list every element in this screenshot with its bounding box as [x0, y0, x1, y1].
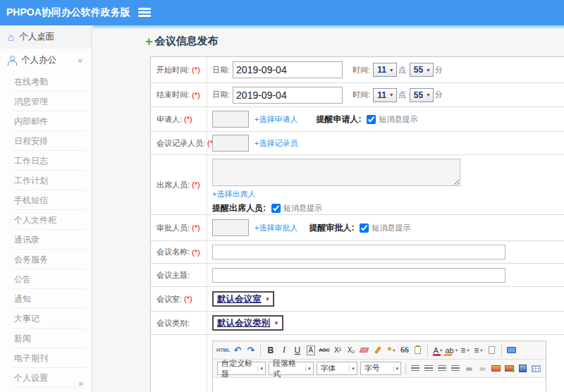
italic-button[interactable]: I	[278, 343, 290, 357]
snapshot-button[interactable]	[503, 362, 515, 376]
dropdown-arrow-icon: ▾	[480, 348, 482, 353]
select-arrow-icon: ▼	[389, 92, 394, 97]
sidebar-item-office[interactable]: 个人办公 »	[0, 49, 92, 72]
link-button[interactable]: ∞	[463, 362, 475, 376]
applicant-input[interactable]	[212, 111, 249, 128]
sidebar-item-settings[interactable]: 个人设置 »	[13, 368, 86, 388]
bold-button[interactable]: B	[264, 343, 276, 357]
form-row-applicant: 申请人:(*) +选择申请人 提醒申请人: 短消息提示	[151, 107, 564, 132]
autotypeset-button[interactable]: *▾	[385, 343, 397, 357]
sidebar-item-label: 个人办公	[21, 54, 56, 66]
align-center-icon	[424, 365, 433, 372]
font-family-select[interactable]: 字体▾	[317, 362, 357, 375]
pick-applicant-link[interactable]: +选择申请人	[255, 114, 298, 125]
insert-table-button[interactable]	[530, 362, 542, 376]
sidebar-item-supervise[interactable]: × 督查督办 »	[0, 388, 92, 392]
select-arrow-icon: ▼	[274, 320, 279, 326]
ordered-list-button[interactable]: ≡▾	[459, 343, 471, 357]
sidebar-item-work-log[interactable]: 工作日志	[13, 151, 86, 171]
sms-remind-checkbox[interactable]	[367, 115, 376, 124]
end-minute-select[interactable]: 55▼	[410, 88, 434, 102]
sidebar-item-e-journal[interactable]: 电子期刊	[13, 348, 86, 368]
form-row-meeting-room: 会议室:(*) 默认会议室▼	[151, 287, 564, 312]
app-title: PHPOA协同办公软件政务版	[6, 6, 130, 19]
html-source-button[interactable]: HTML	[216, 343, 230, 357]
unordered-list-button[interactable]: ≡▾	[472, 343, 484, 357]
unlink-button[interactable]: ∞	[477, 362, 489, 376]
sidebar-item-announcement[interactable]: 公告	[13, 269, 86, 289]
sidebar-item-news[interactable]: 新闻	[13, 329, 86, 348]
sidebar-item-messages[interactable]: 消息管理	[13, 92, 86, 111]
sidebar-item-meeting-service[interactable]: 会务服务	[13, 250, 86, 269]
sidebar-item-schedule[interactable]: 日程安排	[13, 131, 86, 151]
sms-remind-checkbox[interactable]	[271, 204, 281, 213]
end-date-input[interactable]	[233, 87, 343, 104]
pick-recorder-link[interactable]: +选择记录员	[255, 138, 298, 149]
dropdown-arrow-icon: ▾	[455, 348, 458, 353]
sidebar-item-internal-mail[interactable]: 内部邮件	[13, 111, 86, 131]
underline-button[interactable]: U	[291, 343, 303, 357]
sidebar-item-notice[interactable]: 通知	[13, 289, 86, 309]
paragraph-select[interactable]: 段落格式▾	[269, 362, 314, 375]
approver-input[interactable]	[212, 219, 249, 236]
required-marker: (*)	[184, 295, 192, 303]
toolbar-separator	[501, 345, 502, 356]
menu-toggle-icon[interactable]	[138, 8, 151, 18]
recorder-input[interactable]	[212, 135, 249, 152]
meeting-room-select[interactable]: 默认会议室▼	[212, 291, 274, 307]
select-arrow-icon: ▼	[389, 68, 394, 73]
align-left-icon	[411, 365, 419, 372]
meeting-subject-input[interactable]	[212, 268, 505, 283]
end-hour-select[interactable]: 11▼	[373, 88, 397, 102]
required-marker: (*)	[184, 115, 192, 123]
heading-select[interactable]: 自定义标题▾	[217, 362, 266, 375]
dropdown-arrow-icon: ▾	[305, 366, 311, 372]
justify-button[interactable]	[450, 362, 462, 376]
subscript-button[interactable]: X₂	[345, 343, 357, 357]
sidebar-item-desktop[interactable]: ⌂ 个人桌面	[0, 25, 92, 49]
insert-media-button[interactable]	[517, 362, 529, 376]
dropdown-arrow-icon: ▾	[257, 366, 263, 372]
pick-approver-link[interactable]: +选择审批人	[255, 223, 298, 233]
image-icon	[491, 365, 501, 372]
pick-attendees-link[interactable]: +选择出席人	[212, 189, 255, 200]
format-painter-button[interactable]	[372, 343, 384, 357]
insert-image-button[interactable]	[490, 362, 502, 376]
meeting-category-select[interactable]: 默认会议类别▼	[212, 315, 283, 331]
home-icon: ⌂	[8, 31, 14, 43]
align-center-button[interactable]	[423, 362, 435, 376]
editor-content-area[interactable]	[213, 378, 546, 392]
align-left-button[interactable]	[410, 362, 422, 376]
align-right-button[interactable]	[436, 362, 448, 376]
dropdown-arrow-icon: ▾	[467, 348, 469, 353]
meeting-name-input[interactable]	[212, 245, 505, 259]
strikethrough-button[interactable]: ABC	[318, 343, 330, 357]
sidebar-item-attendance[interactable]: 在线考勤	[13, 72, 86, 92]
sidebar-item-contacts[interactable]: 通讯录	[13, 230, 86, 250]
start-hour-select[interactable]: 11▼	[373, 63, 397, 77]
font-size-select[interactable]: 字号▾	[360, 362, 401, 375]
page-title: + 会议信息发布	[145, 35, 219, 48]
attendees-textarea[interactable]	[212, 159, 460, 186]
start-date-input[interactable]	[233, 61, 343, 78]
highlight-color-button[interactable]: ab▾	[445, 343, 458, 357]
undo-button[interactable]: ↶	[231, 343, 243, 357]
blockquote-button[interactable]: 66	[398, 343, 410, 357]
required-marker: (*)	[192, 66, 200, 74]
fullscreen-button[interactable]	[505, 343, 517, 357]
font-color-button[interactable]: A▾	[431, 343, 443, 357]
sidebar-item-work-plan[interactable]: 工作计划	[13, 171, 86, 190]
superscript-button[interactable]: X²	[331, 343, 343, 357]
sidebar-item-label: 个人桌面	[19, 31, 54, 43]
redo-button[interactable]: ↷	[245, 343, 257, 357]
new-page-button[interactable]	[486, 343, 498, 357]
user-icon	[8, 56, 16, 65]
sms-remind-checkbox[interactable]	[360, 223, 369, 233]
sidebar-item-memorabilia[interactable]: 大事记	[13, 309, 86, 329]
start-minute-select[interactable]: 55▼	[410, 63, 434, 77]
paste-text-button[interactable]	[412, 343, 424, 357]
eraser-button[interactable]	[358, 343, 370, 357]
font-border-button[interactable]: A	[305, 343, 317, 357]
sidebar-item-sms[interactable]: 手机短信	[13, 190, 86, 210]
sidebar-item-file-cabinet[interactable]: 个人文件柜	[13, 210, 86, 230]
